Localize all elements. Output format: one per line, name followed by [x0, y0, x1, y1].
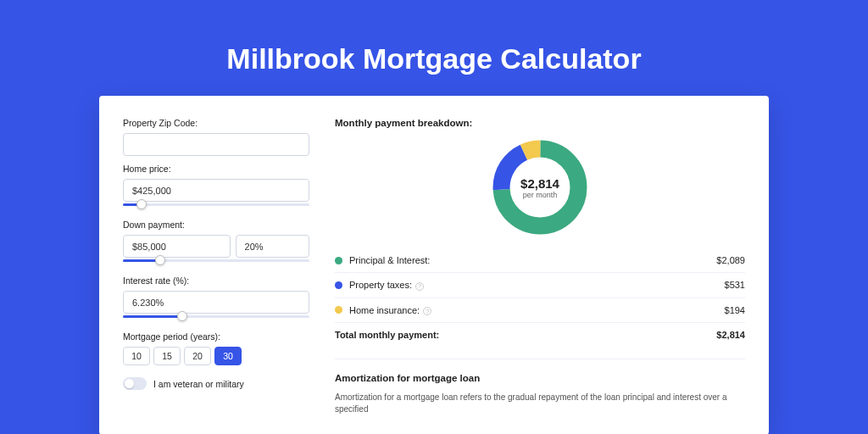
zip-label: Property Zip Code: — [123, 118, 309, 128]
legend-amount: $531 — [725, 280, 745, 290]
amortization-title: Amortization for mortgage loan — [335, 373, 745, 383]
period-option-10[interactable]: 10 — [123, 347, 150, 365]
legend-label: Property taxes:? — [349, 280, 725, 291]
legend-row-insurance: Home insurance:? $194 — [335, 298, 745, 323]
price-slider[interactable] — [123, 200, 309, 212]
veteran-label: I am veteran or military — [153, 379, 244, 389]
donut-sub: per month — [523, 191, 558, 199]
down-label: Down payment: — [123, 220, 309, 230]
rate-label: Interest rate (%): — [123, 275, 309, 286]
donut-amount: $2,814 — [520, 176, 559, 191]
total-amount: $2,814 — [716, 330, 745, 340]
amortization-section: Amortization for mortgage loan Amortizat… — [335, 359, 745, 415]
page-title: Millbrook Mortgage Calculator — [0, 0, 868, 96]
price-slider-thumb[interactable] — [136, 199, 147, 209]
period-option-30[interactable]: 30 — [214, 347, 242, 365]
calculator-card: Property Zip Code: Home price: Down paym… — [99, 96, 769, 434]
legend-row-taxes: Property taxes:? $531 — [335, 272, 745, 298]
rate-input[interactable] — [123, 291, 309, 314]
legend-row-total: Total monthly payment: $2,814 — [335, 322, 745, 347]
breakdown-title: Monthly payment breakdown: — [335, 118, 745, 128]
donut-chart: $2,814 per month — [489, 136, 591, 238]
down-slider-thumb[interactable] — [155, 255, 165, 265]
rate-slider-thumb[interactable] — [177, 311, 187, 321]
price-input[interactable] — [123, 179, 309, 202]
period-label: Mortgage period (years): — [123, 331, 309, 342]
donut-chart-wrap: $2,814 per month — [335, 136, 745, 238]
down-percent-input[interactable] — [236, 235, 309, 258]
legend-row-principal: Principal & Interest: $2,089 — [335, 248, 745, 272]
dot-icon — [335, 281, 342, 289]
period-option-15[interactable]: 15 — [153, 347, 181, 365]
veteran-toggle[interactable] — [123, 377, 147, 390]
legend-label: Principal & Interest: — [349, 255, 716, 265]
down-amount-input[interactable] — [123, 235, 231, 258]
period-group: 10 15 20 30 — [123, 347, 309, 365]
breakdown-panel: Monthly payment breakdown: $2,814 per mo… — [326, 118, 745, 413]
dot-icon — [335, 306, 342, 314]
total-label: Total monthly payment: — [335, 330, 716, 340]
amortization-text: Amortization for a mortgage loan refers … — [335, 392, 745, 415]
zip-input[interactable] — [123, 133, 309, 156]
info-icon[interactable]: ? — [415, 282, 424, 291]
legend-label: Home insurance:? — [349, 305, 725, 316]
info-icon[interactable]: ? — [423, 307, 431, 315]
rate-slider[interactable] — [123, 312, 309, 324]
down-slider[interactable] — [123, 256, 309, 268]
inputs-panel: Property Zip Code: Home price: Down paym… — [123, 118, 326, 413]
legend-amount: $2,089 — [716, 255, 745, 265]
period-option-20[interactable]: 20 — [184, 347, 211, 365]
price-label: Home price: — [123, 164, 309, 174]
legend: Principal & Interest: $2,089 Property ta… — [335, 248, 745, 347]
dot-icon — [335, 257, 342, 264]
legend-amount: $194 — [725, 305, 745, 315]
